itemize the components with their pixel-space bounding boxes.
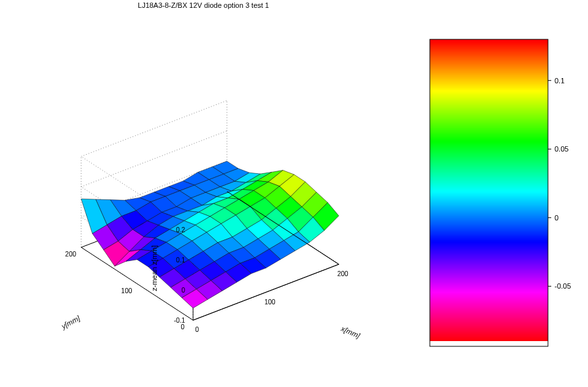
svg-text:0: 0	[195, 326, 199, 333]
svg-text:100: 100	[121, 287, 133, 295]
svg-text:200: 200	[337, 270, 348, 277]
svg-text:0.2: 0.2	[176, 226, 185, 234]
svg-text:0: 0	[180, 323, 184, 331]
svg-text:0.05: 0.05	[555, 145, 568, 153]
svg-text:0.1: 0.1	[176, 256, 185, 264]
svg-text:200: 200	[65, 251, 76, 258]
svg-line-7	[81, 100, 227, 156]
svg-text:0.1: 0.1	[555, 77, 564, 85]
colorbar: -0.0500.050.1	[427, 33, 584, 374]
svg-text:100: 100	[264, 298, 276, 306]
svg-text:0: 0	[182, 287, 186, 294]
svg-text:-0.05: -0.05	[555, 282, 571, 290]
svg-text:0: 0	[555, 214, 558, 222]
svg-rect-331	[430, 341, 548, 346]
svg-text:z-mean z[mm]: z-mean z[mm]	[150, 245, 158, 291]
svg-text:y[mm]: y[mm]	[60, 314, 82, 331]
svg-text:x[mm]: x[mm]	[339, 324, 362, 340]
surface-plot: 01002000100200-0.100.10.2x[mm]y[mm]z-mea…	[26, 0, 420, 387]
svg-text:-0.1: -0.1	[174, 317, 186, 324]
